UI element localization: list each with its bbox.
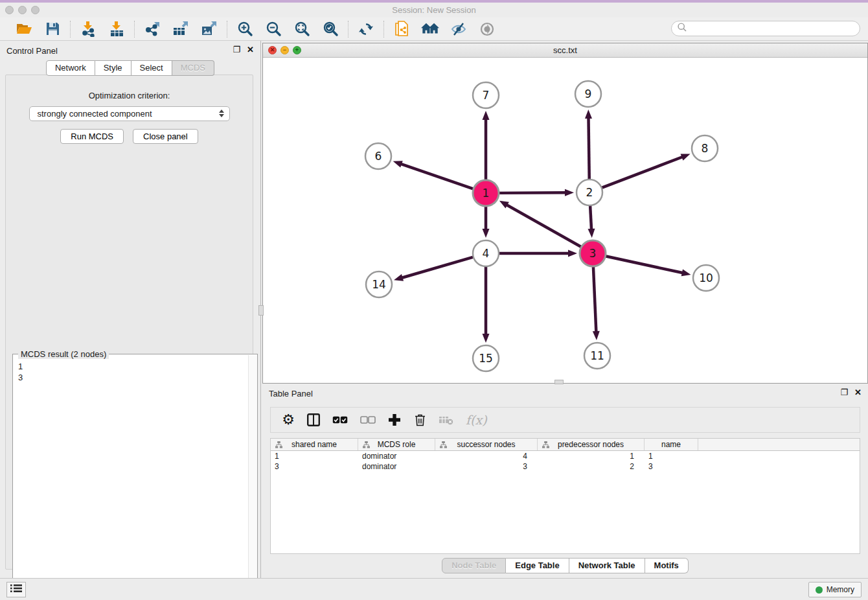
show-glyphs-icon[interactable] bbox=[478, 20, 496, 38]
graph-arrowhead-2-8 bbox=[681, 154, 691, 160]
open-file-icon[interactable] bbox=[15, 20, 33, 38]
table-float-panel-icon[interactable]: ❐ bbox=[840, 388, 848, 397]
graph-arrowhead-4-3 bbox=[568, 250, 577, 257]
search-box[interactable] bbox=[671, 21, 860, 36]
network-canvas[interactable]: 7968124314101511 bbox=[263, 58, 867, 383]
graph-edge-4-14[interactable] bbox=[401, 257, 474, 279]
export-table-icon[interactable] bbox=[172, 20, 190, 38]
graph-edge-3-1[interactable] bbox=[505, 204, 581, 247]
panel-divider-handle[interactable] bbox=[258, 305, 264, 316]
network-window-title: scc.txt bbox=[263, 45, 867, 55]
float-panel-icon[interactable]: ❐ bbox=[233, 45, 240, 54]
table-cell[interactable]: 1 bbox=[538, 452, 645, 461]
import-table-icon[interactable] bbox=[108, 20, 126, 38]
run-mcds-button[interactable]: Run MCDS bbox=[60, 129, 124, 144]
graph-node-label-15: 15 bbox=[479, 352, 493, 365]
column-header-successor-nodes[interactable]: successor nodes bbox=[435, 439, 538, 450]
import-network-icon[interactable] bbox=[79, 20, 97, 38]
column-header-label: name bbox=[661, 440, 681, 449]
table-cell[interactable]: dominator bbox=[358, 452, 435, 461]
export-network-icon[interactable] bbox=[143, 20, 161, 38]
graph-edge-2-8[interactable] bbox=[602, 156, 684, 187]
close-panel-button[interactable]: Close panel bbox=[133, 129, 198, 144]
result-scrollbar[interactable] bbox=[248, 355, 257, 597]
table-cell[interactable]: 2 bbox=[538, 462, 645, 471]
control-panel: Control Panel ❐ ✕ NetworkStyleSelectMCDS… bbox=[0, 41, 261, 578]
zoom-out-icon[interactable] bbox=[264, 20, 282, 38]
table-cell[interactable]: 3 bbox=[645, 462, 698, 471]
delete-column-icon[interactable] bbox=[413, 413, 426, 426]
refresh-layout-icon[interactable] bbox=[357, 20, 375, 38]
app-titlebar: Session: New Session bbox=[0, 3, 868, 17]
table-settings-gear-icon[interactable]: ⚙ bbox=[282, 413, 295, 427]
table-cell[interactable]: 3 bbox=[271, 462, 358, 471]
column-header-predecessor-nodes[interactable]: predecessor nodes bbox=[538, 439, 645, 450]
table-header-row: shared nameMCDS rolesuccessor nodesprede… bbox=[271, 439, 860, 451]
tab-network-table[interactable]: Network Table bbox=[569, 558, 645, 573]
tab-select[interactable]: Select bbox=[131, 60, 172, 76]
network-file-icon[interactable] bbox=[393, 20, 411, 38]
graph-edge-3-10[interactable] bbox=[606, 256, 684, 273]
column-header-label: shared name bbox=[291, 440, 337, 449]
maximize-window-button[interactable] bbox=[31, 6, 40, 14]
graph-edge-3-11[interactable] bbox=[593, 266, 597, 333]
close-window-button[interactable] bbox=[5, 6, 14, 14]
graph-node-label-7: 7 bbox=[483, 89, 490, 102]
task-history-button[interactable] bbox=[6, 582, 26, 597]
hide-glyphs-icon[interactable] bbox=[450, 20, 468, 38]
save-session-icon[interactable] bbox=[43, 20, 62, 38]
table-cell[interactable]: dominator bbox=[358, 462, 435, 471]
search-input[interactable] bbox=[687, 24, 860, 33]
network-minimize-button[interactable]: − bbox=[280, 46, 289, 54]
mcds-result-item[interactable]: 1 bbox=[18, 361, 252, 372]
graph-edge-1-2[interactable] bbox=[499, 192, 567, 193]
home-icon[interactable] bbox=[421, 20, 439, 38]
tab-node-table[interactable]: Node Table bbox=[442, 558, 506, 573]
graph-edge-2-3[interactable] bbox=[590, 205, 591, 231]
tab-edge-table[interactable]: Edge Table bbox=[506, 558, 569, 573]
table-close-panel-icon[interactable]: ✕ bbox=[854, 388, 862, 397]
graph-arrowhead-4-14 bbox=[394, 274, 404, 281]
table-cell[interactable]: 3 bbox=[435, 462, 538, 471]
memory-button[interactable]: Memory bbox=[808, 582, 862, 597]
criterion-selected-value: strongly connected component bbox=[38, 109, 152, 119]
table-cell[interactable]: 1 bbox=[271, 452, 358, 461]
criterion-select[interactable]: strongly connected component bbox=[29, 106, 230, 121]
deselect-all-icon[interactable] bbox=[360, 416, 376, 424]
tab-network[interactable]: Network bbox=[46, 60, 95, 76]
node-table: shared nameMCDS rolesuccessor nodesprede… bbox=[270, 438, 860, 554]
control-panel-title: Control Panel bbox=[6, 46, 58, 56]
select-all-icon[interactable] bbox=[332, 416, 348, 424]
column-header-label: successor nodes bbox=[457, 440, 515, 449]
table-cell[interactable]: 4 bbox=[435, 452, 538, 461]
mcds-result-item[interactable]: 3 bbox=[18, 372, 252, 383]
minimize-window-button[interactable] bbox=[18, 6, 27, 14]
column-header-MCDS-role[interactable]: MCDS role bbox=[358, 439, 435, 450]
zoom-in-icon[interactable] bbox=[236, 20, 254, 38]
toolbar-group bbox=[135, 20, 227, 38]
zoom-selected-icon[interactable] bbox=[321, 20, 339, 38]
network-view-window: ✕ − + scc.txt 7968124314101511 bbox=[262, 43, 868, 384]
network-window-titlebar[interactable]: ✕ − + scc.txt bbox=[263, 43, 867, 58]
network-zoom-button[interactable]: + bbox=[293, 46, 301, 54]
tab-mcds[interactable]: MCDS bbox=[172, 60, 214, 76]
column-header-name[interactable]: name bbox=[645, 439, 698, 450]
toolbar-group bbox=[71, 20, 134, 38]
columns-icon[interactable] bbox=[307, 413, 320, 426]
toolbar-group bbox=[6, 20, 70, 38]
table-cell[interactable]: 1 bbox=[645, 452, 698, 461]
network-close-button[interactable]: ✕ bbox=[268, 46, 277, 54]
zoom-fit-icon[interactable] bbox=[293, 20, 311, 38]
graph-arrowhead-1-2 bbox=[565, 189, 574, 196]
close-panel-icon[interactable]: ✕ bbox=[247, 45, 254, 54]
tab-style[interactable]: Style bbox=[95, 60, 131, 76]
export-image-icon[interactable] bbox=[200, 20, 218, 38]
table-panel-header: Table Panel ❐ ✕ bbox=[262, 384, 868, 403]
tab-motifs[interactable]: Motifs bbox=[645, 558, 689, 573]
add-column-icon[interactable] bbox=[388, 414, 401, 426]
table-divider-handle[interactable] bbox=[554, 380, 564, 384]
graph-arrowhead-3-11 bbox=[593, 331, 600, 340]
graph-edge-2-9[interactable] bbox=[588, 117, 589, 179]
graph-edge-1-6[interactable] bbox=[400, 163, 474, 189]
column-header-shared-name[interactable]: shared name bbox=[271, 439, 358, 450]
